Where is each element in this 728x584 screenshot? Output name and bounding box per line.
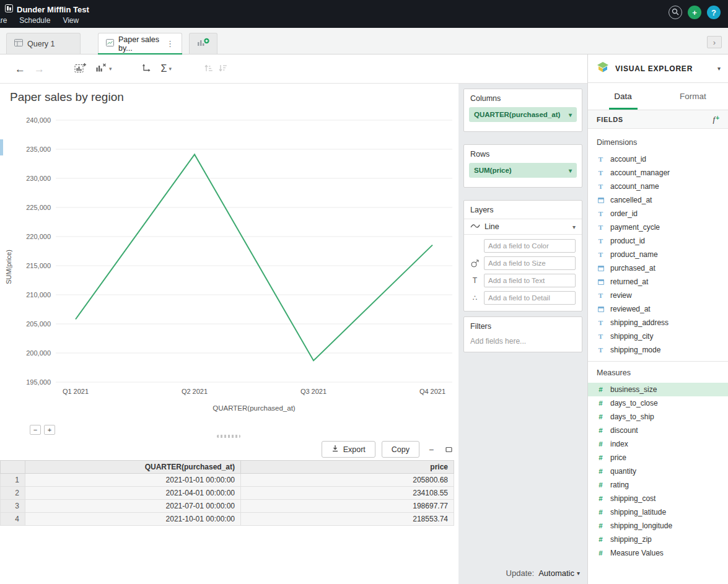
line-chart[interactable]: 195,000200,000205,000210,000215,000220,0… [19, 111, 455, 418]
download-icon [331, 445, 339, 454]
expand-tabs-button[interactable]: › [707, 36, 722, 48]
field-label: shipping_mode [610, 346, 660, 354]
menu-item[interactable]: are [0, 16, 7, 25]
size-icon [470, 259, 480, 268]
field-pill-rows[interactable]: SUM(price) ▾ [469, 163, 577, 178]
add-field-to-text-input[interactable] [484, 274, 576, 287]
menu-item[interactable]: View [63, 16, 79, 25]
zoom-in-button[interactable]: + [44, 425, 55, 435]
dimension-item[interactable]: Tshipping_address [588, 316, 728, 329]
export-button[interactable]: Export [322, 441, 375, 458]
price-cell: 205800.68 [241, 474, 454, 487]
x-axis-title: QUARTER(purchased_at) [213, 404, 296, 412]
field-label: Measure Values [610, 549, 664, 557]
table-row[interactable]: 32021-07-01 00:00:00198697.77 [1, 500, 454, 513]
layers-shelf: Layers Line ▾ T∴ [463, 200, 582, 312]
collapse-table-button[interactable]: − [426, 444, 437, 455]
add-field-to-size-input[interactable] [484, 256, 576, 270]
tab-query-1[interactable]: Query 1 [6, 33, 81, 54]
redo-button[interactable]: → [34, 64, 45, 74]
measure-item[interactable]: #days_to_ship [588, 410, 728, 424]
dimension-item[interactable]: Tproduct_id [588, 234, 728, 248]
tab-paper-sales[interactable]: Paper sales by... ⋮ [98, 33, 182, 54]
tab-data[interactable]: Data [588, 83, 658, 110]
filters-dropzone[interactable]: Add fields here... [464, 335, 582, 352]
measure-item[interactable]: #shipping_latitude [588, 505, 728, 519]
swap-axes-button[interactable] [141, 63, 151, 75]
aggregate-button[interactable]: Σ ▾ [161, 64, 172, 74]
number-field-icon: # [597, 427, 605, 434]
dimension-item[interactable]: Tproduct_name [588, 248, 728, 261]
update-mode-select[interactable]: Automatic ▾ [538, 569, 580, 578]
field-label: product_id [610, 237, 645, 245]
add-button[interactable]: + [688, 6, 701, 19]
chart-icon [106, 39, 114, 48]
field-label: rating [610, 481, 629, 489]
measure-item[interactable]: #shipping_longitude [588, 519, 728, 533]
zoom-out-button[interactable]: − [30, 425, 41, 435]
search-button[interactable] [669, 6, 682, 19]
dimension-item[interactable]: Taccount_manager [588, 166, 728, 180]
price-cell: 234108.55 [241, 487, 454, 500]
resize-handle[interactable] [217, 435, 240, 438]
caret-down-icon[interactable]: ▾ [569, 167, 572, 174]
copy-button[interactable]: Copy [382, 441, 419, 458]
chart-area[interactable]: SUM(price) 195,000200,000205,000210,0002… [0, 111, 458, 427]
calendar-icon [597, 266, 605, 271]
add-formula-button[interactable]: f+ [713, 115, 719, 124]
column-header-price[interactable]: price [241, 461, 454, 474]
add-field-to-detail-input[interactable] [484, 291, 576, 305]
measure-item[interactable]: #quantity [588, 464, 728, 478]
dimension-item[interactable]: cancelled_at [588, 193, 728, 207]
menu-item[interactable]: Schedule [19, 16, 50, 25]
tab-format[interactable]: Format [658, 83, 728, 110]
field-pill-columns[interactable]: QUARTER(purchased_at) ▾ [469, 107, 577, 122]
measure-item[interactable]: #days_to_close [588, 396, 728, 410]
remove-chart-button[interactable]: ▾ [95, 63, 112, 75]
field-label: returned_at [610, 277, 648, 286]
table-row[interactable]: 42021-10-01 00:00:00218553.74 [1, 513, 454, 526]
measure-item[interactable]: #index [588, 437, 728, 451]
text-field-icon: T [597, 251, 605, 258]
dimension-item[interactable]: Taccount_id [588, 152, 728, 166]
field-label: days_to_ship [610, 412, 654, 421]
measure-item[interactable]: #price [588, 451, 728, 464]
sort-ascending-icon [204, 64, 213, 74]
table-row[interactable]: 22021-04-01 00:00:00234108.55 [1, 487, 454, 500]
measures-heading: Measures [588, 368, 728, 383]
visual-explorer-header[interactable]: VISUAL EXPLORER ▾ [588, 54, 728, 83]
new-chart-tab[interactable] [189, 33, 217, 54]
text-field-icon: T [597, 224, 605, 231]
dimension-item[interactable]: Tpayment_cycle [588, 220, 728, 234]
dimension-item[interactable]: Tshipping_city [588, 329, 728, 343]
dimension-item[interactable]: purchased_at [588, 261, 728, 275]
add-visualization-button[interactable] [74, 63, 87, 75]
column-header-quarter[interactable]: QUARTER(purchased_at) [25, 461, 241, 474]
measure-item[interactable]: #discount [588, 424, 728, 437]
caret-down-icon[interactable]: ▾ [717, 65, 721, 72]
caret-down-icon[interactable]: ▾ [569, 111, 572, 118]
dimension-item[interactable]: Torder_id [588, 207, 728, 220]
measure-item[interactable]: #shipping_zip [588, 533, 728, 546]
measure-item[interactable]: #rating [588, 478, 728, 492]
tab-menu-icon[interactable]: ⋮ [166, 39, 174, 48]
add-field-to-color-input[interactable] [484, 239, 576, 253]
measure-item[interactable]: #Measure Values [588, 546, 728, 560]
measure-item[interactable]: #business_size [588, 383, 728, 396]
sort-descending-button[interactable] [218, 64, 227, 74]
columns-shelf-title: Columns [464, 89, 582, 107]
sort-ascending-button[interactable] [204, 64, 213, 74]
expand-table-button[interactable] [443, 444, 454, 455]
table-row[interactable]: 12021-01-01 00:00:00205800.68 [1, 474, 454, 487]
quarter-cell: 2021-10-01 00:00:00 [25, 513, 241, 526]
x-tick-label: Q3 2021 [300, 388, 327, 395]
undo-button[interactable]: ← [15, 64, 25, 74]
measure-item[interactable]: #shipping_cost [588, 492, 728, 505]
dimension-item[interactable]: Tshipping_mode [588, 343, 728, 357]
layer-type-select[interactable]: Line ▾ [464, 219, 582, 235]
help-button[interactable]: ? [707, 6, 721, 19]
dimension-item[interactable]: returned_at [588, 275, 728, 289]
dimension-item[interactable]: Taccount_name [588, 180, 728, 193]
dimension-item[interactable]: reviewed_at [588, 302, 728, 316]
dimension-item[interactable]: Treview [588, 289, 728, 302]
